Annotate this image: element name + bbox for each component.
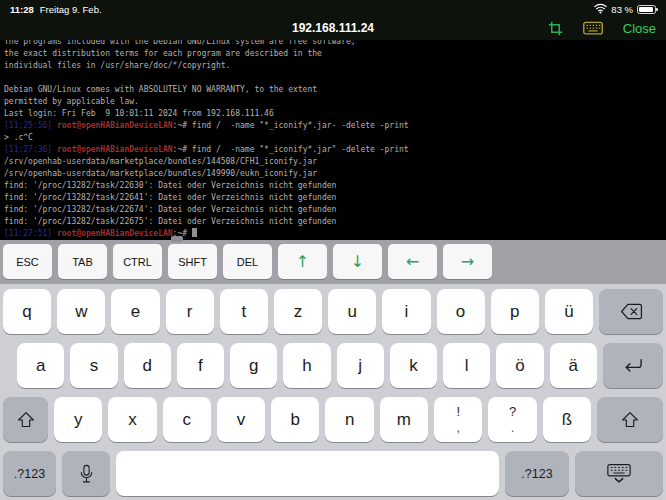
terminal-line: Last login: Fri Feb 9 10:01:11 2024 from… [4, 108, 666, 120]
status-time: 11:28 [10, 4, 34, 15]
keyboard-row-4: .?123.?123 [0, 451, 666, 496]
crop-resize-icon[interactable] [548, 21, 563, 36]
key-z[interactable]: z [274, 289, 322, 334]
battery-icon [637, 5, 656, 14]
accessory-key-shft[interactable]: SHFT [168, 244, 217, 279]
keyboard-row-2: asdfghjklöä [0, 343, 666, 388]
key-punct-2[interactable]: ?. [488, 397, 536, 442]
key-s[interactable]: s [70, 343, 117, 388]
nav-actions: Close [548, 21, 656, 36]
terminal-accessory-bar: ESCTABCTRLSHFTDEL↑↓←→ [0, 240, 666, 284]
key-ö[interactable]: ö [496, 343, 543, 388]
status-indicators: 83 % [594, 3, 656, 16]
terminal-screen[interactable]: The programs included with the Debian GN… [0, 36, 666, 240]
terminal-line: find: '/proc/13282/task/22630': Datei od… [4, 180, 666, 192]
terminal-line: [11:25:56] root@openHABianDeviceLAN:~# f… [4, 120, 666, 132]
onscreen-keyboard: qwertzuiopü asdfghjklöä yxcvbnm!,?.ß .?1… [0, 284, 666, 500]
key-d[interactable]: d [124, 343, 171, 388]
shift-left-key[interactable] [3, 397, 48, 442]
battery-percent: 83 % [611, 4, 633, 15]
key-m[interactable]: m [380, 397, 428, 442]
terminal-cursor [192, 228, 197, 237]
key-x[interactable]: x [108, 397, 156, 442]
key-r[interactable]: r [166, 289, 214, 334]
terminal-line: [11:27:51] root@openHABianDeviceLAN:~# [4, 228, 666, 240]
key-g[interactable]: g [230, 343, 277, 388]
terminal-line: the exact distribution terms for each pr… [4, 48, 666, 60]
accessory-key-arrow-down[interactable]: ↓ [333, 244, 382, 279]
terminal-line: find: '/proc/13282/task/22675': Datei od… [4, 216, 666, 228]
terminal-line: find: '/proc/13282/task/22641': Datei od… [4, 192, 666, 204]
drag-handle[interactable] [171, 236, 183, 242]
key-c[interactable]: c [163, 397, 211, 442]
terminal-line [4, 72, 666, 84]
dismiss-keyboard-key[interactable] [575, 451, 663, 496]
accessory-key-tab[interactable]: TAB [58, 244, 107, 279]
terminal-line: /srv/openhab-userdata/marketplace/bundle… [4, 168, 666, 180]
key-w[interactable]: w [57, 289, 105, 334]
key-y[interactable]: y [54, 397, 102, 442]
accessory-key-ctrl[interactable]: CTRL [113, 244, 162, 279]
terminal-line: permitted by applicable law. [4, 96, 666, 108]
key-o[interactable]: o [437, 289, 485, 334]
terminal-output: The programs included with the Debian GN… [4, 36, 666, 240]
key-punct-1[interactable]: !, [434, 397, 482, 442]
key-j[interactable]: j [337, 343, 384, 388]
key-ü[interactable]: ü [545, 289, 593, 334]
accessory-key-row: ESCTABCTRLSHFTDEL↑↓←→ [0, 240, 666, 279]
close-button[interactable]: Close [623, 21, 656, 36]
numbers-key-right[interactable]: .?123 [505, 451, 569, 496]
key-e[interactable]: e [111, 289, 159, 334]
key-k[interactable]: k [390, 343, 437, 388]
status-date: Freitag 9. Feb. [40, 4, 102, 15]
numbers-key-left[interactable]: .?123 [3, 451, 56, 496]
terminal-line: individual files in /usr/share/doc/*/cop… [4, 60, 666, 72]
return-key[interactable] [603, 343, 663, 388]
status-time-date: 11:28 Freitag 9. Feb. [10, 4, 102, 15]
keyboard-row-1: qwertzuiopü [0, 289, 666, 334]
key-l[interactable]: l [443, 343, 490, 388]
key-ä[interactable]: ä [550, 343, 597, 388]
key-h[interactable]: h [283, 343, 330, 388]
key-u[interactable]: u [328, 289, 376, 334]
key-eszett[interactable]: ß [543, 397, 591, 442]
key-b[interactable]: b [271, 397, 319, 442]
terminal-line: /srv/openhab-userdata/marketplace/bundle… [4, 156, 666, 168]
key-p[interactable]: p [491, 289, 539, 334]
accessory-key-del[interactable]: DEL [223, 244, 272, 279]
accessory-key-arrow-left[interactable]: ← [388, 244, 437, 279]
terminal-line: Debian GNU/Linux comes with ABSOLUTELY N… [4, 84, 666, 96]
wifi-icon [594, 3, 607, 16]
shift-right-key[interactable] [597, 397, 663, 442]
space-key[interactable] [116, 451, 499, 496]
header-bar: 11:28 Freitag 9. Feb. 83 % 192.168.111.2… [0, 0, 666, 40]
terminal-line: find: '/proc/13282/task/22674': Datei od… [4, 204, 666, 216]
key-i[interactable]: i [382, 289, 430, 334]
key-t[interactable]: t [220, 289, 268, 334]
key-n[interactable]: n [325, 397, 373, 442]
terminal-line: [11:27:36] root@openHABianDeviceLAN:~# f… [4, 144, 666, 156]
key-v[interactable]: v [217, 397, 265, 442]
key-f[interactable]: f [177, 343, 224, 388]
mic-key[interactable] [62, 451, 110, 496]
status-bar: 11:28 Freitag 9. Feb. 83 % [0, 2, 666, 16]
key-a[interactable]: a [17, 343, 64, 388]
terminal-line: > .c^C [4, 132, 666, 144]
app-screen: 11:28 Freitag 9. Feb. 83 % 192.168.111.2… [0, 0, 666, 500]
backspace-key[interactable] [599, 289, 663, 334]
accessory-key-arrow-right[interactable]: → [443, 244, 492, 279]
keyboard-row-3: yxcvbnm!,?.ß [0, 397, 666, 442]
accessory-key-arrow-up[interactable]: ↑ [278, 244, 327, 279]
accessory-key-esc[interactable]: ESC [3, 244, 52, 279]
keyboard-toggle-icon[interactable] [583, 21, 603, 36]
key-q[interactable]: q [3, 289, 51, 334]
nav-bar: 192.168.111.24 Close [0, 16, 666, 40]
